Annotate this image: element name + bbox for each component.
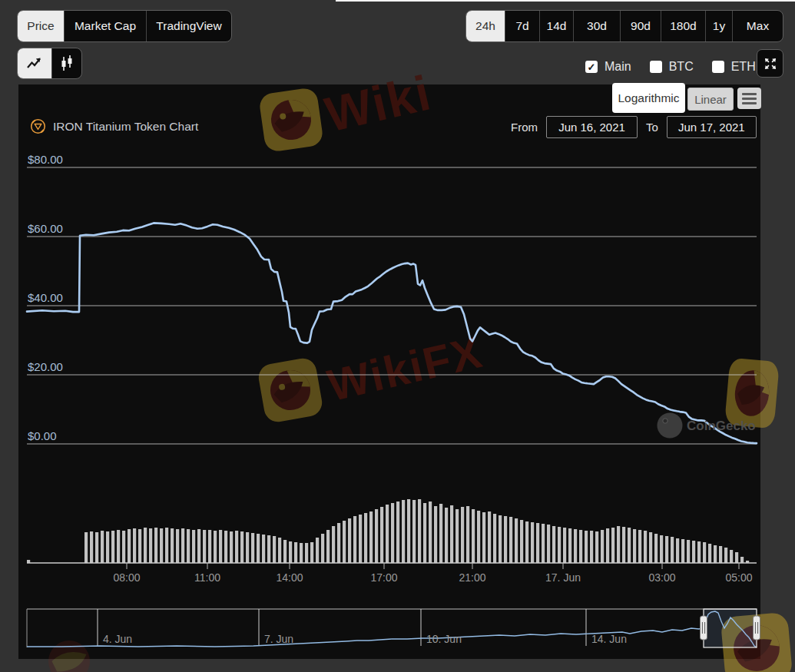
y-axis-label: $20.00	[28, 360, 63, 373]
volume-bar	[181, 528, 184, 563]
volume-bar	[230, 531, 233, 563]
range-90d[interactable]: 90d	[621, 11, 661, 41]
volume-bar	[267, 535, 270, 563]
volume-bar	[542, 524, 545, 563]
volume-bar	[353, 516, 356, 563]
volume-bar	[412, 500, 416, 563]
coingecko-watermark-text: CoinGecko	[687, 419, 756, 433]
x-axis-label: 11:00	[194, 571, 220, 584]
volume-bar	[466, 506, 469, 563]
volume-bar	[316, 538, 319, 563]
range-180d[interactable]: 180d	[661, 11, 706, 41]
navigator-selection[interactable]	[704, 609, 757, 647]
volume-bar	[380, 507, 383, 563]
volume-bar	[90, 531, 93, 563]
y-axis-label: $60.00	[28, 222, 63, 235]
volume-bar	[240, 531, 243, 563]
volume-bar	[595, 531, 598, 563]
chart-menu-button[interactable]	[737, 88, 761, 109]
overlay-btc[interactable]: BTC	[650, 60, 694, 74]
navigator-line	[27, 611, 757, 647]
volume-bar	[305, 543, 308, 563]
volume-bar	[149, 528, 152, 563]
x-axis-label: 14:00	[276, 571, 303, 584]
iron-token-icon	[30, 118, 46, 134]
gecko-eye	[663, 419, 667, 423]
fullscreen-button[interactable]	[757, 49, 783, 78]
navigator-handle-left[interactable]	[701, 616, 707, 640]
volume-bar	[644, 531, 647, 563]
overlay-eth[interactable]: ETH	[712, 60, 756, 74]
y-axis-label: $40.00	[28, 291, 63, 304]
volume-bar	[402, 500, 405, 563]
overlay-main[interactable]: Main	[585, 60, 631, 74]
volume-bar	[154, 528, 157, 563]
chart-title: IRON Titanium Token Chart	[53, 120, 198, 134]
volume-bar	[359, 515, 362, 563]
volume-bar	[531, 522, 534, 563]
tab-price[interactable]: Price	[18, 11, 65, 41]
volume-bar	[697, 541, 701, 563]
eth-checkbox[interactable]	[712, 61, 724, 73]
to-date-input[interactable]: Jun 17, 2021	[667, 116, 757, 138]
volume-bar	[391, 503, 394, 563]
volume-bar	[660, 535, 663, 563]
main-checkbox[interactable]	[585, 61, 598, 73]
volume-bar	[176, 529, 179, 563]
volume-bar	[515, 518, 518, 563]
line-chart-type-button[interactable]	[18, 48, 52, 78]
volume-bar	[278, 538, 281, 563]
tab-market-cap[interactable]: Market Cap	[65, 11, 147, 41]
volume-bar	[423, 503, 426, 563]
btc-checkbox-label: BTC	[669, 60, 694, 74]
volume-bar	[219, 530, 222, 563]
volume-bar	[552, 526, 555, 563]
y-axis-label: $0.00	[28, 429, 57, 442]
volume-bar	[326, 530, 330, 563]
volume-bar	[568, 528, 571, 563]
x-axis-label: 17:00	[370, 571, 397, 584]
volume-bar	[343, 521, 346, 563]
volume-bar	[488, 511, 491, 563]
volume-bar	[638, 530, 641, 563]
volume-bar	[208, 530, 211, 563]
range-24h[interactable]: 24h	[466, 11, 505, 41]
volume-bar	[493, 514, 496, 563]
range-max[interactable]: Max	[733, 11, 783, 41]
volume-bar	[165, 528, 168, 563]
range-30d[interactable]: 30d	[574, 11, 621, 41]
btc-checkbox[interactable]	[650, 61, 662, 73]
volume-bar	[214, 531, 217, 563]
price-line	[27, 223, 757, 443]
volume-bar	[574, 529, 577, 563]
candlestick-chart-type-button[interactable]	[52, 48, 81, 78]
logarithmic-scale-button[interactable]: Logarithmic	[612, 83, 685, 113]
top-edge-strip	[336, 0, 795, 2]
linear-scale-button[interactable]: Linear	[687, 88, 734, 111]
volume-bar	[332, 526, 335, 563]
volume-bar	[84, 532, 88, 563]
volume-bar	[590, 531, 593, 563]
candlestick-icon	[59, 55, 75, 73]
range-7d[interactable]: 7d	[505, 11, 540, 41]
volume-bar	[273, 536, 276, 563]
y-axis-label: $80.00	[28, 153, 63, 166]
chart-panel: Wiki WikiFX $80.00 $60.00 $40.00 $20.00 …	[18, 84, 760, 659]
overlay-checkbox-row: Main BTC ETH	[585, 60, 756, 74]
volume-bar	[106, 531, 109, 563]
volume-bar	[525, 521, 528, 563]
volume-bar	[257, 534, 260, 563]
range-14d[interactable]: 14d	[540, 11, 574, 41]
tab-tradingview[interactable]: TradingView	[147, 11, 231, 41]
range-1y[interactable]: 1y	[706, 11, 733, 41]
range-button-group: 24h 7d 14d 30d 90d 180d 1y Max	[465, 10, 783, 42]
x-axis-label: 03:00	[648, 571, 675, 584]
chart-title-row: IRON Titanium Token Chart	[30, 118, 198, 134]
volume-bar	[617, 526, 620, 563]
from-label: From	[511, 121, 538, 134]
from-date-input[interactable]: Jun 16, 2021	[546, 116, 638, 138]
volume-bar	[160, 528, 163, 563]
volume-bar	[735, 552, 738, 563]
navigator-handle-right[interactable]	[754, 616, 760, 640]
x-axis-label: 05:00	[725, 571, 752, 584]
